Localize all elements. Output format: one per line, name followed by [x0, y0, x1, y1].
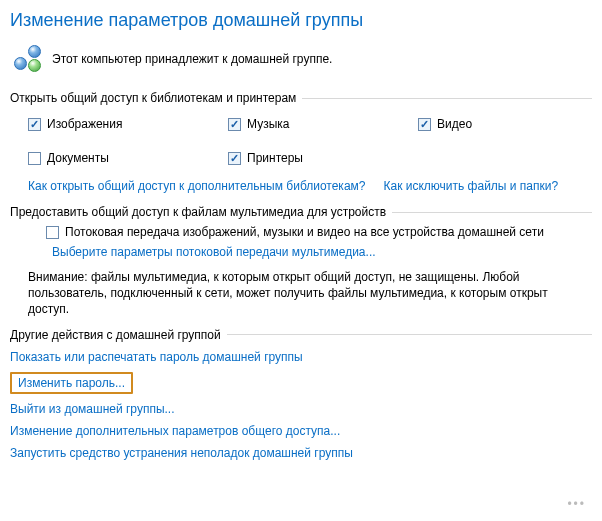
- link-choose-media-params[interactable]: Выберите параметры потоковой передачи му…: [52, 245, 376, 259]
- resize-grip-icon: •••: [567, 497, 586, 511]
- link-other-action-4[interactable]: Запустить средство устранения неполадок …: [10, 446, 353, 460]
- checkbox-box-icon: [28, 152, 41, 165]
- checkbox-library-2[interactable]: Видео: [418, 117, 592, 131]
- homegroup-icon: [14, 45, 42, 73]
- highlighted-action: Изменить пароль...: [10, 372, 133, 394]
- link-other-action-3[interactable]: Изменение дополнительных параметров обще…: [10, 424, 340, 438]
- divider: [392, 212, 592, 213]
- link-additional-libraries[interactable]: Как открыть общий доступ к дополнительны…: [28, 179, 365, 193]
- libraries-help-links: Как открыть общий доступ к дополнительны…: [28, 179, 592, 193]
- checkbox-library-4[interactable]: Принтеры: [228, 151, 418, 165]
- list-item: Изменить пароль...: [10, 372, 592, 394]
- divider: [302, 98, 592, 99]
- link-other-action-2[interactable]: Выйти из домашней группы...: [10, 402, 175, 416]
- checkbox-library-1[interactable]: Музыка: [228, 117, 418, 131]
- checkbox-label: Документы: [47, 151, 109, 165]
- checkbox-label: Музыка: [247, 117, 289, 131]
- checkbox-library-3[interactable]: Документы: [28, 151, 228, 165]
- membership-text: Этот компьютер принадлежит к домашней гр…: [52, 52, 332, 66]
- link-exclude-files[interactable]: Как исключить файлы и папки?: [383, 179, 558, 193]
- list-item: Выйти из домашней группы...: [10, 402, 592, 416]
- checkbox-box-icon: [228, 152, 241, 165]
- checkbox-library-0[interactable]: Изображения: [28, 117, 228, 131]
- section-libraries-label: Открыть общий доступ к библиотекам и при…: [10, 91, 296, 105]
- membership-status: Этот компьютер принадлежит к домашней гр…: [14, 45, 592, 73]
- checkbox-box-icon: [46, 226, 59, 239]
- checkbox-box-icon: [228, 118, 241, 131]
- streaming-params-row: Выберите параметры потоковой передачи му…: [52, 245, 592, 259]
- section-other-header: Другие действия с домашней группой: [10, 328, 592, 342]
- media-warning-text: Внимание: файлы мультимедиа, к которым о…: [28, 269, 592, 318]
- checkbox-label: Принтеры: [247, 151, 303, 165]
- checkbox-label: Видео: [437, 117, 472, 131]
- checkbox-box-icon: [418, 118, 431, 131]
- section-media-label: Предоставить общий доступ к файлам мульт…: [10, 205, 386, 219]
- checkbox-streaming-label: Потоковая передача изображений, музыки и…: [65, 225, 544, 239]
- section-other-label: Другие действия с домашней группой: [10, 328, 221, 342]
- checkbox-box-icon: [28, 118, 41, 131]
- divider: [227, 334, 592, 335]
- page-title: Изменение параметров домашней группы: [10, 10, 592, 31]
- checkbox-label: Изображения: [47, 117, 122, 131]
- list-item: Изменение дополнительных параметров обще…: [10, 424, 592, 438]
- libraries-checkbox-grid: ИзображенияМузыкаВидеоДокументыПринтеры: [28, 117, 592, 165]
- other-actions-list: Показать или распечатать пароль домашней…: [10, 350, 592, 460]
- checkbox-streaming[interactable]: Потоковая передача изображений, музыки и…: [46, 225, 592, 239]
- list-item: Запустить средство устранения неполадок …: [10, 446, 592, 460]
- section-libraries-header: Открыть общий доступ к библиотекам и при…: [10, 91, 592, 105]
- section-media-header: Предоставить общий доступ к файлам мульт…: [10, 205, 592, 219]
- link-other-action-1[interactable]: Изменить пароль...: [18, 376, 125, 390]
- link-other-action-0[interactable]: Показать или распечатать пароль домашней…: [10, 350, 303, 364]
- list-item: Показать или распечатать пароль домашней…: [10, 350, 592, 364]
- streaming-row: Потоковая передача изображений, музыки и…: [46, 225, 592, 239]
